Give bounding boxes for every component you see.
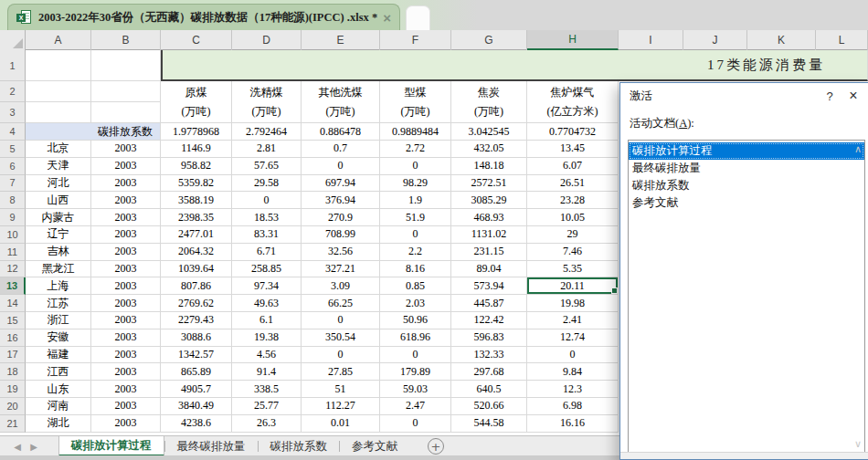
cell-value[interactable]: 640.5 xyxy=(451,381,527,398)
cell-year[interactable]: 2003 xyxy=(91,141,161,158)
row-header-8[interactable]: 8 xyxy=(0,192,26,209)
cell-year[interactable]: 2003 xyxy=(91,363,161,381)
cell-value[interactable]: 2572.51 xyxy=(451,175,527,193)
cell-value[interactable]: 4238.6 xyxy=(161,415,232,433)
cell-province[interactable]: 浙江 xyxy=(26,312,91,329)
cell-province[interactable]: 黑龙江 xyxy=(26,261,91,278)
cell-value[interactable]: 1131.02 xyxy=(451,226,527,244)
column-header-E[interactable]: E xyxy=(302,30,380,50)
active-document-item[interactable]: 碳排放系数 xyxy=(629,177,864,194)
dialog-close-icon[interactable]: × xyxy=(842,86,865,106)
cell-value[interactable]: 468.93 xyxy=(451,209,527,226)
cell-value[interactable]: 573.94 xyxy=(451,277,527,295)
cell-value[interactable]: 258.85 xyxy=(232,261,302,278)
cell-value[interactable]: 697.94 xyxy=(302,175,380,193)
cell-value[interactable]: 0 xyxy=(302,347,380,364)
coefficient-value-cell[interactable]: 0.7704732 xyxy=(527,123,619,141)
cell-value[interactable]: 8.16 xyxy=(380,261,451,278)
cell-province[interactable]: 上海 xyxy=(26,277,91,295)
cell-value[interactable]: 231.15 xyxy=(451,244,527,261)
cell-value[interactable]: 19.98 xyxy=(527,295,619,312)
cell-value[interactable]: 3.09 xyxy=(302,277,380,295)
coefficient-value-cell[interactable]: 3.042545 xyxy=(451,123,527,141)
cell-year[interactable]: 2003 xyxy=(91,415,161,433)
cell-value[interactable]: 83.31 xyxy=(232,226,302,244)
cell-year[interactable]: 2003 xyxy=(91,158,161,175)
cell-value[interactable]: 2398.35 xyxy=(161,209,232,226)
column-header-C[interactable]: C xyxy=(161,30,232,50)
cell-year[interactable]: 2003 xyxy=(91,209,161,226)
row-header-4[interactable]: 4 xyxy=(0,123,26,141)
cell-value[interactable]: 3840.49 xyxy=(161,398,232,415)
cell-value[interactable]: 57.65 xyxy=(232,158,302,175)
cell-value[interactable]: 6.1 xyxy=(232,312,302,329)
cell-province[interactable]: 内蒙古 xyxy=(26,209,91,226)
cell-province[interactable]: 北京 xyxy=(26,141,91,158)
cell-year[interactable]: 2003 xyxy=(91,261,161,278)
cell-province[interactable]: 福建 xyxy=(26,347,91,364)
cell-value[interactable]: 618.96 xyxy=(380,329,451,347)
column-header-H[interactable]: H xyxy=(527,30,619,50)
row-header-5[interactable]: 5 xyxy=(0,141,26,158)
cell-value[interactable]: 49.63 xyxy=(232,295,302,312)
cell-value[interactable]: 0 xyxy=(380,415,451,433)
cell-value[interactable]: 445.87 xyxy=(451,295,527,312)
column-header-J[interactable]: J xyxy=(683,30,747,50)
document-close-icon[interactable]: × xyxy=(383,11,391,25)
cell-empty[interactable] xyxy=(26,102,91,123)
coefficient-label-cell[interactable]: 碳排放系数 xyxy=(26,123,161,141)
row-header-11[interactable]: 11 xyxy=(0,244,26,261)
column-header-L[interactable]: L xyxy=(816,30,868,50)
cell-value[interactable]: 2.2 xyxy=(380,244,451,261)
cell-value[interactable]: 327.21 xyxy=(302,261,380,278)
column-header-G[interactable]: G xyxy=(451,30,527,50)
row-header-9[interactable]: 9 xyxy=(0,209,26,226)
cell-empty[interactable] xyxy=(91,81,161,102)
cell-value[interactable]: 958.82 xyxy=(161,158,232,175)
fill-handle[interactable] xyxy=(611,288,618,294)
cell-year[interactable]: 2003 xyxy=(91,295,161,312)
cell-value[interactable]: 6.07 xyxy=(527,158,619,175)
cell-value[interactable]: 2769.62 xyxy=(161,295,232,312)
row-header-1[interactable]: 1 xyxy=(0,50,26,81)
column-header-I[interactable]: I xyxy=(619,30,683,50)
cell-province[interactable]: 天津 xyxy=(26,158,91,175)
cell-province[interactable]: 河北 xyxy=(26,175,91,193)
cell-value[interactable]: 1342.57 xyxy=(161,347,232,364)
cell-value[interactable]: 12.74 xyxy=(527,329,619,347)
cell-value[interactable]: 12.3 xyxy=(527,381,619,398)
dialog-help-button[interactable]: ? xyxy=(818,86,842,106)
cell-value[interactable]: 0 xyxy=(380,226,451,244)
cell-value[interactable]: 2.41 xyxy=(527,312,619,329)
cell-value[interactable]: 0.85 xyxy=(380,277,451,295)
cell-value[interactable]: 9.84 xyxy=(527,363,619,381)
cell-value[interactable]: 0 xyxy=(527,347,619,364)
column-header-A[interactable]: A xyxy=(26,30,91,50)
cell-year[interactable]: 2003 xyxy=(91,398,161,415)
document-tab[interactable]: X 2003-2022年30省份（无西藏）碳排放数据（17种能源)(IPCC) … xyxy=(7,4,400,30)
active-document-item[interactable]: 参考文献 xyxy=(629,194,864,212)
cell-value[interactable]: 350.54 xyxy=(302,329,380,347)
cell-value[interactable]: 544.58 xyxy=(451,415,527,433)
sheet-tab-4[interactable]: 参考文献 xyxy=(340,436,409,456)
cell-value[interactable]: 51 xyxy=(302,381,380,398)
cell-value[interactable]: 26.51 xyxy=(527,175,619,193)
active-document-item[interactable]: 碳排放计算过程 xyxy=(629,142,864,160)
sheet-tab-3[interactable]: 碳排放系数 xyxy=(259,436,340,456)
sheet-tab-1[interactable]: 碳排放计算过程 xyxy=(58,436,164,456)
cell-value[interactable]: 596.83 xyxy=(451,329,527,347)
cell-value[interactable]: 270.9 xyxy=(302,209,380,226)
cell-value[interactable]: 432.05 xyxy=(451,141,527,158)
cell-value[interactable]: 19.38 xyxy=(232,329,302,347)
energy-column-header[interactable]: 焦炉煤气(亿立方米) xyxy=(527,81,619,123)
cell-value[interactable]: 3085.29 xyxy=(451,192,527,209)
row-header-12[interactable]: 12 xyxy=(0,261,26,278)
cell-value[interactable]: 91.4 xyxy=(232,363,302,381)
row-header-17[interactable]: 17 xyxy=(0,347,26,364)
cell-value[interactable]: 29 xyxy=(527,226,619,244)
cell-value[interactable]: 520.66 xyxy=(451,398,527,415)
sheet-nav-prev-icon[interactable]: ◀ xyxy=(9,436,26,456)
row-header-19[interactable]: 19 xyxy=(0,381,26,398)
coefficient-value-cell[interactable]: 0.9889484 xyxy=(380,123,451,141)
cell-value[interactable]: 59.03 xyxy=(380,381,451,398)
